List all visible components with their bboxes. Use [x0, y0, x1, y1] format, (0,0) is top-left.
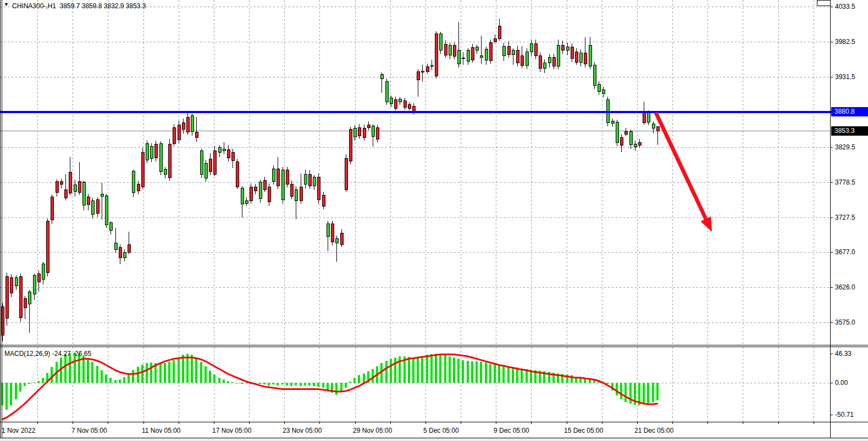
macd-histogram-bar — [123, 377, 125, 383]
macd-histogram-bar — [624, 383, 627, 402]
macd-histogram-bar — [5, 383, 8, 410]
candle-bear — [575, 52, 578, 62]
macd-histogram-bar — [327, 383, 329, 390]
chart-shift-marker — [817, 0, 831, 5]
candle-bull — [82, 182, 85, 205]
candle-bear — [19, 276, 22, 317]
candle-bull — [313, 177, 316, 186]
macd-histogram-bar — [28, 383, 30, 384]
macd-histogram-bar — [236, 383, 238, 383]
candle-bull — [593, 65, 596, 86]
candle-bear — [507, 46, 510, 54]
candle-bull — [295, 189, 297, 200]
macd-histogram-bar — [620, 383, 622, 399]
price-axis-label: 3575.0 — [835, 319, 855, 326]
macd-histogram-bar — [358, 375, 360, 383]
candle-bear — [571, 47, 573, 58]
candle-bull — [462, 58, 465, 58]
down-arrow-shaft[interactable] — [656, 113, 707, 222]
macd-histogram-bar — [209, 371, 211, 383]
candle-bear — [322, 195, 325, 206]
candle-bear — [453, 46, 456, 57]
candle-bull — [557, 46, 560, 66]
time-axis-label: 17 Nov 05:00 — [212, 427, 252, 434]
candle-bear — [128, 244, 130, 252]
candle-bull — [245, 200, 248, 203]
macd-histogram-bar — [345, 383, 347, 388]
candle-bear — [624, 132, 627, 135]
macd-histogram-bar — [444, 355, 446, 383]
macd-histogram-bar — [178, 358, 180, 383]
candle-bear — [345, 159, 347, 189]
candle-bear — [317, 177, 320, 199]
candle-bear — [37, 273, 40, 282]
candle-bull — [634, 144, 637, 147]
macd-histogram-bar — [42, 378, 44, 383]
candle-bear — [539, 56, 541, 69]
time-axis-label: 5 Dec 05:00 — [423, 427, 459, 434]
macd-histogram-bar — [37, 381, 40, 383]
price-axis-label: 3931.5 — [835, 73, 855, 81]
macd-histogram-bar — [19, 383, 21, 392]
macd-histogram-bar — [453, 358, 455, 383]
macd-histogram-bar — [150, 362, 152, 383]
macd-histogram-bar — [200, 362, 202, 383]
macd-histogram-bar — [78, 354, 80, 383]
candle-bull — [200, 151, 203, 175]
candle-bear — [96, 200, 99, 214]
candle-bear — [489, 43, 492, 61]
time-axis-label: 23 Nov 05:00 — [283, 427, 322, 434]
candle-bear — [426, 67, 429, 72]
candle-bear — [119, 247, 121, 258]
candle-bull — [526, 52, 528, 65]
macd-histogram-bar — [164, 363, 166, 383]
macd-histogram-bar — [390, 359, 392, 383]
candle-bull — [616, 122, 618, 143]
candle-bull — [467, 51, 469, 62]
macd-signal-line — [2, 354, 657, 419]
candle-bull — [101, 194, 103, 197]
candle-bull — [476, 47, 478, 50]
macd-histogram-bar — [10, 383, 12, 405]
macd-histogram-bar — [268, 383, 270, 386]
candle-bear — [141, 152, 144, 187]
macd-name: MACD(12,26,9) — [4, 350, 50, 358]
macd-histogram-bar — [353, 378, 356, 383]
candle-bear — [358, 127, 361, 136]
down-arrow-head[interactable] — [700, 216, 712, 232]
candle-bull — [602, 90, 605, 94]
price-axis-label: 3677.0 — [835, 248, 855, 256]
candle-bear — [168, 144, 171, 177]
macd-histogram-bar — [33, 382, 35, 383]
macd-histogram-bar — [168, 362, 170, 383]
macd-histogram-bar — [394, 358, 396, 383]
macd-histogram-bar — [195, 358, 197, 383]
macd-histogram-bar — [652, 383, 654, 402]
macd-histogram-bar — [96, 366, 98, 383]
time-axis-label: 9 Dec 05:00 — [494, 427, 529, 434]
macd-histogram-bar — [372, 369, 374, 383]
macd-histogram-bar — [616, 383, 618, 395]
candle-bear — [173, 127, 175, 143]
macd-histogram-bar — [507, 366, 510, 383]
candle-bull — [480, 56, 483, 58]
candle-bull — [548, 57, 551, 63]
candle-bear — [231, 152, 234, 160]
macd-histogram-bar — [516, 367, 518, 383]
candle-bear — [435, 34, 438, 76]
candle-bull — [579, 53, 582, 62]
candle-bear — [1, 306, 4, 336]
macd-signal-value: -26.65 — [73, 350, 91, 358]
candle-bear — [186, 117, 189, 132]
candle-bear — [417, 72, 419, 80]
candle-bear — [254, 187, 257, 191]
candle-bear — [376, 127, 379, 139]
macd-histogram-bar — [281, 383, 284, 384]
candle-bull — [327, 224, 329, 237]
macd-histogram-bar — [385, 361, 388, 383]
candle-bull — [281, 170, 284, 200]
price-axis-label: 3982.5 — [835, 38, 855, 46]
chart-canvas[interactable]: 4033.53982.53931.53829.53778.53727.53677… — [0, 0, 868, 441]
macd-histogram-bar — [245, 383, 247, 383]
symbol-dropdown-icon[interactable]: ▼ — [4, 2, 9, 7]
